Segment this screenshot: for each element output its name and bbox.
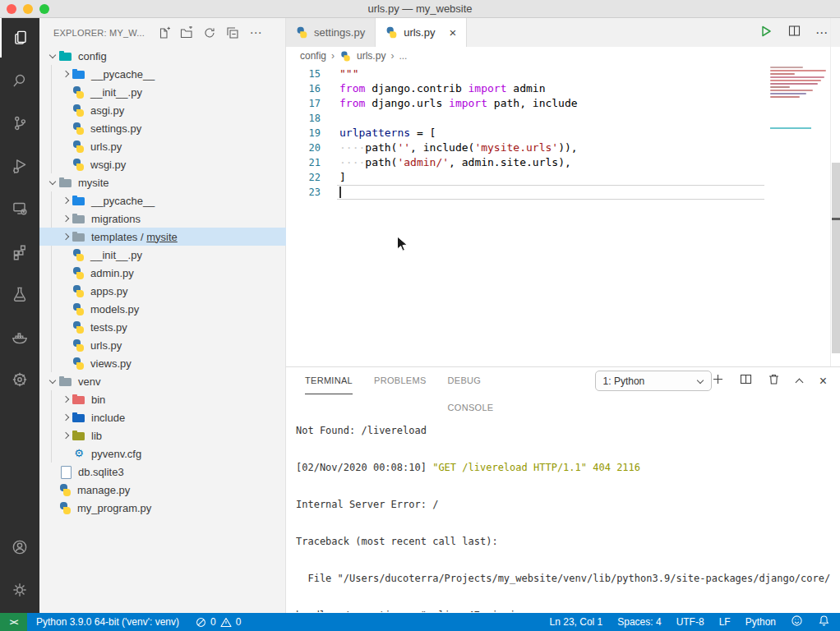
tree-item-lib[interactable]: lib	[39, 426, 286, 444]
tree-item-migrations[interactable]: migrations	[39, 210, 286, 228]
window-title: urls.py — my_website	[0, 0, 840, 18]
new-terminal-icon[interactable]	[712, 373, 724, 389]
breadcrumb-symbol[interactable]: ...	[399, 50, 407, 62]
text-caret	[339, 187, 341, 198]
terminal-line: Traceback (most recent call last):	[296, 536, 838, 548]
tree-item-urls-py[interactable]: urls.py	[39, 137, 286, 155]
tree-item-config[interactable]: config	[39, 47, 286, 65]
terminal-output[interactable]: Not Found: /livereload [02/Nov/2020 00:0…	[296, 400, 838, 612]
tree-item-my-program-py[interactable]: my_program.py	[39, 499, 286, 517]
split-terminal-icon[interactable]	[740, 373, 752, 389]
tree-item-init-py[interactable]: __init__.py	[39, 246, 286, 264]
tab-urls-py[interactable]: urls.py×	[376, 18, 467, 47]
terminal-line: [02/Nov/2020 00:08:10] "GET /livereload …	[296, 462, 838, 474]
tree-item-mysite[interactable]: mysite	[39, 173, 286, 191]
vscode-window: urls.py — my_website	[0, 0, 840, 631]
tree-item-admin-py[interactable]: admin.py	[39, 264, 286, 282]
explorer-header: EXPLORER: MY_W... ⋯	[39, 18, 285, 47]
activity-search-icon[interactable]	[0, 61, 39, 100]
editor-group: settings.py urls.py× ⋯ config › urls.py …	[286, 18, 840, 366]
python-interpreter-status[interactable]: Python 3.9.0 64-bit ('venv': venv)	[36, 616, 179, 628]
maximize-panel-icon[interactable]	[796, 377, 804, 385]
tree-item-bin[interactable]: bin	[39, 390, 286, 408]
tab-terminal[interactable]: TERMINAL	[305, 367, 353, 394]
python-file-icon	[59, 502, 72, 514]
terminal-shell-select[interactable]: 1: Python	[595, 371, 712, 391]
run-python-file-icon[interactable]	[759, 24, 773, 42]
tab-debug-console[interactable]: DEBUG CONSOLE	[448, 367, 521, 394]
tree-item-include[interactable]: include	[39, 408, 286, 426]
breadcrumb[interactable]: config › urls.py › ...	[286, 47, 840, 65]
minimap-decoration	[770, 127, 811, 129]
tree-item-asgi-py[interactable]: asgi.py	[39, 101, 286, 119]
new-file-icon[interactable]	[155, 24, 173, 42]
language-mode-status[interactable]: Python	[745, 616, 776, 628]
tab-settings-py[interactable]: settings.py	[286, 18, 376, 47]
code-line: 17from django.urls import path, include	[286, 96, 840, 111]
indentation-status[interactable]: Spaces: 4	[617, 616, 661, 628]
activity-testing-icon[interactable]	[0, 274, 39, 314]
activity-extensions-icon[interactable]	[0, 232, 39, 271]
error-count: 0	[210, 616, 216, 628]
activity-bar	[0, 18, 39, 613]
tree-item-tests-py[interactable]: tests.py	[39, 318, 286, 336]
feedback-smiley-icon[interactable]	[791, 615, 803, 629]
tree-item-apps-py[interactable]: apps.py	[39, 282, 286, 300]
tree-item-venv[interactable]: venv	[39, 372, 286, 390]
activity-run-debug-icon[interactable]	[0, 146, 39, 186]
tree-item-settings-py[interactable]: settings.py	[39, 119, 286, 137]
code-line: 15"""	[286, 67, 840, 81]
python-file-icon	[72, 285, 85, 297]
activity-kubernetes-icon[interactable]	[0, 360, 39, 399]
activity-remote-explorer-icon[interactable]	[0, 189, 39, 228]
activity-explorer-icon[interactable]	[0, 18, 39, 58]
tree-item-models-py[interactable]: models.py	[39, 300, 286, 318]
tree-item-templates-mysite[interactable]: templates / mysite	[39, 228, 286, 246]
tree-item-pyvenv-cfg[interactable]: ⚙pyvenv.cfg	[39, 444, 286, 463]
kill-terminal-icon[interactable]	[768, 373, 780, 389]
collapse-folders-icon[interactable]	[224, 24, 242, 42]
tab-problems[interactable]: PROBLEMS	[374, 367, 427, 394]
new-folder-icon[interactable]	[178, 24, 196, 42]
refresh-explorer-icon[interactable]	[201, 24, 219, 42]
encoding-status[interactable]: UTF-8	[676, 616, 704, 628]
minimap[interactable]	[770, 67, 829, 99]
problems-status[interactable]: 0 0	[196, 616, 241, 628]
tree-item-db-sqlite3[interactable]: db.sqlite3	[39, 463, 286, 481]
close-panel-icon[interactable]: ×	[819, 376, 827, 386]
breadcrumb-file[interactable]: urls.py	[357, 50, 385, 62]
tree-item-pycache[interactable]: __pycache__	[39, 191, 286, 210]
remote-indicator[interactable]: ><	[0, 613, 27, 631]
python-file-icon	[72, 104, 85, 117]
python-file-icon	[72, 303, 85, 316]
split-editor-icon[interactable]	[787, 24, 801, 41]
cursor-position-status[interactable]: Ln 23, Col 1	[550, 616, 603, 628]
editor-more-actions-icon[interactable]: ⋯	[815, 25, 828, 40]
explorer-more-actions-icon[interactable]: ⋯	[247, 24, 265, 42]
settings-gear-icon[interactable]	[0, 570, 39, 610]
tree-item-init-py[interactable]: __init__.py	[39, 83, 286, 101]
vertical-scrollbar-thumb[interactable]	[832, 163, 840, 353]
code-line: 19urlpatterns = [	[286, 126, 840, 140]
gear-file-icon: ⚙	[72, 444, 85, 463]
tree-item-urls-py[interactable]: urls.py	[39, 336, 286, 354]
vertical-scrollbar-track[interactable]	[830, 18, 840, 366]
bottom-panel: TERMINAL PROBLEMS DEBUG CONSOLE 1: Pytho…	[286, 366, 840, 613]
tree-item-pycache[interactable]: __pycache__	[39, 65, 286, 83]
activity-docker-icon[interactable]	[0, 317, 39, 357]
close-tab-icon[interactable]: ×	[449, 27, 456, 39]
tree-item-wsgi-py[interactable]: wsgi.py	[39, 155, 286, 173]
activity-source-control-icon[interactable]	[0, 104, 39, 143]
code-editor[interactable]: 15""" 16from django.contrib import admin…	[286, 65, 840, 366]
tree-item-views-py[interactable]: views.py	[39, 354, 286, 372]
tab-bar: settings.py urls.py× ⋯	[286, 18, 840, 47]
tree-item-manage-py[interactable]: manage.py	[39, 481, 286, 499]
breadcrumb-folder[interactable]: config	[300, 50, 326, 62]
chevron-right-icon	[59, 191, 72, 210]
titlebar: urls.py — my_website	[0, 0, 840, 18]
accounts-icon[interactable]	[0, 527, 39, 567]
drop-target-label: mysite	[146, 231, 178, 243]
notifications-bell-icon[interactable]	[818, 615, 830, 629]
warning-icon	[220, 617, 232, 628]
eol-status[interactable]: LF	[719, 616, 731, 628]
